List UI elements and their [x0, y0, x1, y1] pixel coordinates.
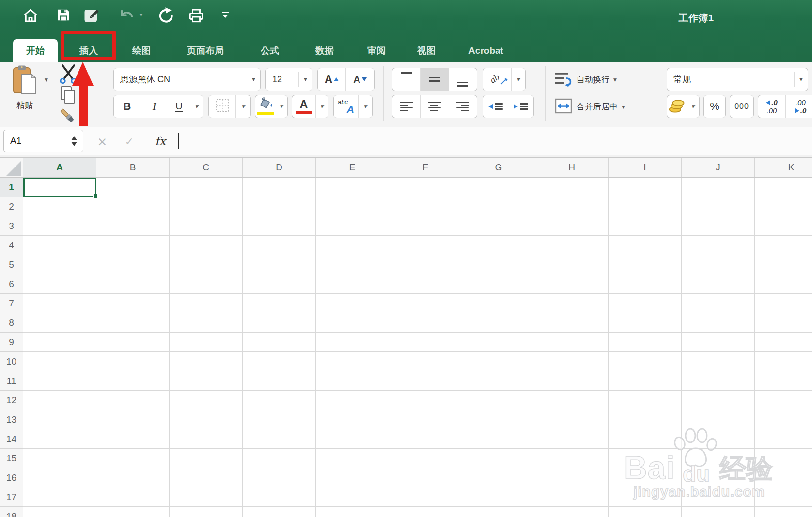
column-header[interactable]: D [243, 158, 316, 177]
decrease-decimal-button[interactable]: .0 .00 [758, 95, 786, 118]
row-header[interactable]: 11 [0, 371, 23, 391]
shrink-font-button[interactable]: A [346, 68, 374, 91]
orientation-dropdown[interactable]: ▼ [512, 68, 525, 91]
column-header[interactable]: F [389, 158, 462, 177]
align-left-button[interactable] [392, 95, 421, 118]
row-header[interactable]: 2 [0, 197, 23, 216]
font-color-control: A ▼ [292, 95, 328, 118]
row-header[interactable]: 8 [0, 313, 23, 333]
ribbon-tab[interactable]: 绘图 [132, 39, 151, 62]
row-header[interactable]: 15 [0, 449, 23, 468]
row-header[interactable]: 1 [0, 178, 23, 197]
column-header[interactable]: J [682, 158, 755, 177]
row-header[interactable]: 16 [0, 468, 23, 487]
accounting-control: ▼ [667, 95, 700, 118]
column-header[interactable]: G [462, 158, 535, 177]
percent-style-button[interactable]: % [703, 95, 726, 118]
merge-center-button[interactable]: 合并后居中 ▼ [554, 98, 625, 116]
align-middle-button[interactable] [421, 68, 449, 91]
undo-dropdown-caret[interactable]: ▼ [140, 13, 143, 17]
ribbon-tab[interactable]: 数据 [315, 39, 334, 62]
align-right-button[interactable] [449, 95, 477, 118]
home-button[interactable] [22, 7, 39, 24]
stepper-up-icon[interactable] [71, 136, 77, 140]
column-header[interactable]: H [535, 158, 609, 177]
row-header[interactable]: 3 [0, 216, 23, 236]
column-header[interactable]: K [755, 158, 812, 177]
confirm-entry-button[interactable]: ✓ [125, 136, 134, 148]
accounting-dropdown[interactable]: ▼ [687, 95, 699, 118]
ribbon-tab[interactable]: 视图 [417, 39, 436, 62]
row-header[interactable]: 6 [0, 274, 23, 294]
column-header[interactable]: A [23, 158, 96, 177]
fill-bucket-icon [257, 97, 274, 112]
bold-button[interactable]: B [114, 95, 141, 118]
phonetic-guide-button[interactable]: abc A [334, 95, 359, 118]
paste-button[interactable]: 粘贴 [12, 65, 38, 111]
ribbon-tab[interactable]: 审阅 [367, 39, 386, 62]
stepper-down-icon[interactable] [71, 142, 77, 146]
italic-button[interactable]: I [141, 95, 168, 118]
paste-clipboard-icon [12, 65, 38, 98]
cancel-entry-button[interactable]: × [97, 135, 108, 149]
align-center-button[interactable] [421, 95, 449, 118]
number-format-combo[interactable]: 常规 ▼ [667, 68, 808, 91]
select-all-corner[interactable] [0, 158, 23, 178]
undo-button[interactable] [118, 7, 136, 24]
paste-dropdown-caret[interactable]: ▼ [45, 77, 48, 82]
fill-color-control: ▼ [255, 95, 288, 118]
comma-style-button[interactable]: 000 [730, 95, 754, 118]
decrease-indent-button[interactable] [483, 95, 508, 118]
increase-decimal-button[interactable]: .00 .0 [786, 95, 812, 118]
print-button[interactable] [187, 7, 205, 24]
row-header[interactable]: 17 [0, 487, 23, 507]
column-header[interactable]: E [316, 158, 389, 177]
ribbon-tab[interactable]: 公式 [261, 39, 279, 62]
column-header[interactable]: C [170, 158, 243, 177]
ribbon-tab[interactable]: 开始 [13, 39, 58, 62]
orientation-button[interactable]: ab [483, 68, 512, 91]
customize-toolbar-button[interactable] [220, 11, 230, 19]
grow-font-button[interactable]: A [318, 68, 346, 91]
row-header[interactable]: 12 [0, 391, 23, 410]
save-button[interactable] [55, 7, 72, 23]
ribbon-tab[interactable]: 页面布局 [187, 39, 224, 62]
column-header[interactable]: I [609, 158, 682, 177]
row-header[interactable]: 9 [0, 333, 23, 352]
row-header[interactable]: 10 [0, 352, 23, 371]
name-box[interactable]: A1 [3, 130, 83, 152]
merge-center-caret: ▼ [622, 105, 625, 109]
font-color-button[interactable]: A [292, 95, 316, 118]
font-name-combo[interactable]: 思源黑体 CN ▼ [113, 68, 261, 91]
fill-color-button[interactable] [255, 95, 275, 118]
row-header[interactable]: 5 [0, 255, 23, 274]
redo-button[interactable] [157, 7, 174, 24]
selected-cell-A1[interactable] [23, 178, 96, 197]
row-header[interactable]: 4 [0, 236, 23, 255]
title-bar: ▼ 工作簿1 开始插入绘图页面布局公式数据审阅视图Acrobat [0, 0, 812, 62]
row-header[interactable]: 7 [0, 294, 23, 313]
align-top-button[interactable] [392, 68, 421, 91]
ribbon-tab[interactable]: Acrobat [468, 39, 503, 62]
edit-document-button[interactable] [82, 7, 100, 24]
fill-color-dropdown[interactable]: ▼ [275, 95, 287, 118]
wrap-text-button[interactable]: 自动换行 ▼ [554, 71, 617, 89]
grid-cells[interactable] [23, 178, 812, 517]
insert-function-button[interactable]: fx [155, 135, 166, 148]
row-header[interactable]: 14 [0, 429, 23, 449]
accounting-format-button[interactable] [667, 95, 687, 118]
font-color-dropdown[interactable]: ▼ [316, 95, 328, 118]
align-bottom-button[interactable] [449, 68, 477, 91]
name-box-stepper[interactable] [71, 136, 83, 146]
phonetic-dropdown[interactable]: ▼ [359, 95, 372, 118]
borders-dropdown[interactable]: ▼ [236, 95, 250, 118]
borders-button[interactable] [209, 95, 236, 118]
underline-dropdown[interactable]: ▼ [190, 95, 203, 118]
fill-handle[interactable] [93, 194, 97, 198]
increase-indent-button[interactable] [508, 95, 533, 118]
underline-button[interactable]: U [168, 95, 190, 118]
row-header[interactable]: 13 [0, 410, 23, 429]
row-header[interactable]: 18 [0, 507, 23, 517]
column-header[interactable]: B [96, 158, 170, 177]
font-size-combo[interactable]: 12 ▼ [265, 68, 312, 91]
